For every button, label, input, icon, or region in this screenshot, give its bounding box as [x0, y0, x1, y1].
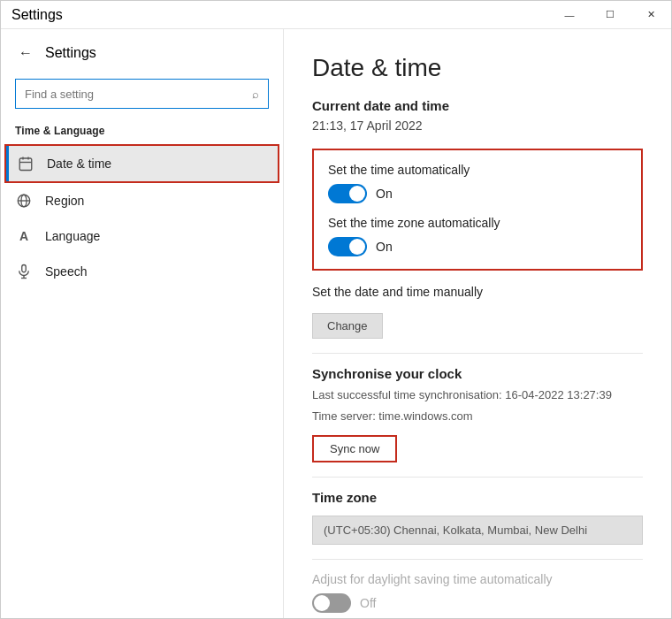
- close-button[interactable]: ✕: [630, 1, 671, 29]
- speech-icon: [15, 263, 33, 280]
- set-time-auto-toggle-row: On: [328, 184, 627, 203]
- current-datetime: 21:13, 17 April 2022: [312, 118, 643, 133]
- auto-settings-group: Set the time automatically On Set the ti…: [312, 149, 643, 271]
- date-time-icon: [17, 155, 34, 172]
- set-time-auto-label: Set the time automatically: [328, 163, 627, 177]
- sidebar-item-region[interactable]: Region: [1, 183, 283, 218]
- sidebar-section-label: Time & Language: [1, 121, 283, 144]
- search-input[interactable]: [25, 88, 252, 101]
- sidebar-item-language[interactable]: A Language: [1, 218, 283, 254]
- daylight-toggle[interactable]: [312, 593, 351, 613]
- manual-section: Set the date and time manually Change: [312, 285, 643, 339]
- sync-section: Synchronise your clock Last successful t…: [312, 366, 643, 462]
- daylight-section: Adjust for daylight saving time automati…: [312, 572, 643, 613]
- set-timezone-auto-toggle-row: On: [328, 237, 627, 256]
- titlebar-left: Settings: [11, 7, 63, 23]
- timezone-select[interactable]: (UTC+05:30) Chennai, Kolkata, Mumbai, Ne…: [312, 516, 643, 545]
- language-icon: A: [15, 227, 33, 245]
- divider-3: [312, 559, 643, 560]
- content-area: ← Settings ⌕ Time & Language Date & time: [1, 29, 671, 618]
- sidebar: ← Settings ⌕ Time & Language Date & time: [1, 29, 284, 618]
- page-title: Date & time: [312, 54, 643, 82]
- change-button[interactable]: Change: [312, 313, 383, 339]
- sync-info-line2: Time server: time.windows.com: [312, 408, 643, 425]
- svg-rect-0: [19, 158, 32, 171]
- manual-label: Set the date and time manually: [312, 285, 643, 299]
- titlebar-controls: — ☐ ✕: [549, 1, 671, 29]
- sidebar-app-title: Settings: [45, 45, 96, 61]
- sidebar-item-label-date-time: Date & time: [47, 157, 111, 171]
- sync-info-line1: Last successful time synchronisation: 16…: [312, 386, 643, 404]
- sidebar-item-label-speech: Speech: [45, 264, 87, 279]
- set-time-auto-value: On: [376, 187, 393, 201]
- svg-rect-7: [22, 265, 27, 272]
- sidebar-item-date-time[interactable]: Date & time: [4, 144, 279, 183]
- daylight-value: Off: [360, 596, 376, 610]
- daylight-toggle-row: Off: [312, 593, 643, 613]
- titlebar: Settings — ☐ ✕: [1, 1, 671, 29]
- search-box[interactable]: ⌕: [15, 79, 269, 109]
- timezone-title: Time zone: [312, 490, 643, 505]
- back-button[interactable]: ←: [15, 42, 36, 65]
- sync-now-button[interactable]: Sync now: [312, 435, 397, 462]
- set-timezone-auto-value: On: [376, 240, 393, 254]
- sidebar-item-speech[interactable]: Speech: [1, 254, 283, 289]
- sidebar-header: ← Settings: [1, 29, 283, 73]
- settings-window: Settings — ☐ ✕ ← Settings ⌕ Time & Langu…: [0, 0, 672, 619]
- daylight-label: Adjust for daylight saving time automati…: [312, 572, 643, 586]
- titlebar-title: Settings: [11, 7, 63, 23]
- minimize-button[interactable]: —: [549, 1, 590, 29]
- divider-1: [312, 353, 643, 354]
- sidebar-item-label-region: Region: [45, 194, 84, 208]
- timezone-section: Time zone (UTC+05:30) Chennai, Kolkata, …: [312, 490, 643, 545]
- set-time-auto-row: Set the time automatically On: [328, 163, 627, 203]
- set-timezone-auto-toggle[interactable]: [328, 237, 367, 256]
- region-icon: [15, 192, 33, 210]
- divider-2: [312, 477, 643, 478]
- search-icon: ⌕: [252, 88, 259, 101]
- maximize-button[interactable]: ☐: [590, 1, 630, 29]
- main-content: Date & time Current date and time 21:13,…: [284, 29, 671, 618]
- current-section-title: Current date and time: [312, 98, 643, 113]
- sync-title: Synchronise your clock: [312, 366, 643, 381]
- sidebar-item-label-language: Language: [45, 229, 100, 243]
- set-timezone-auto-row: Set the time zone automatically On: [328, 216, 627, 256]
- set-timezone-auto-label: Set the time zone automatically: [328, 216, 627, 230]
- set-time-auto-toggle[interactable]: [328, 184, 367, 203]
